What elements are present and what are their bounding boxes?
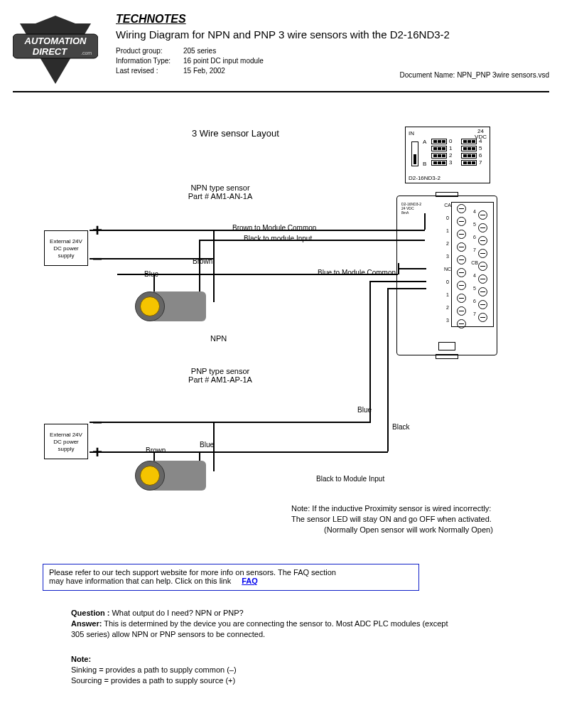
meta-value: 15 Feb, 2002 xyxy=(183,66,225,76)
module-terminal-block: D2-16ND3-2 24 VDC 8mA CA 0 1 2 3 NC 0 1 … xyxy=(396,196,497,355)
faq-box: Please refer to our tech support website… xyxy=(43,564,419,591)
wire-label: Blue xyxy=(144,270,158,278)
faq-link[interactable]: FAQ xyxy=(242,577,258,585)
svg-text:.com: .com xyxy=(81,50,92,55)
wire-label: Blue xyxy=(200,441,214,449)
module-led-panel: IN 24VDC A B 0 1 2 3 4 5 6 7 D2-16ND3-2 xyxy=(405,127,490,183)
wire-label: Brown xyxy=(146,446,166,454)
pnp-power-supply: External 24V DC power supply xyxy=(44,424,88,459)
meta-label: Last revised : xyxy=(116,66,183,76)
wire-label: Brown to Module Common xyxy=(232,224,316,232)
module-port-icon xyxy=(438,342,455,350)
wire-label: Black to module Input xyxy=(244,235,312,242)
wire-label: Black xyxy=(392,423,409,431)
wire-label: Brown xyxy=(193,257,212,265)
document-name: Document Name: NPN_PNP 3wire sensors.vsd xyxy=(400,71,549,79)
dip-switch-icon xyxy=(411,141,418,166)
technotes-title: TECHNOTES xyxy=(116,13,549,26)
document-title: Wiring Diagram for NPN and PNP 3 wire se… xyxy=(116,28,549,41)
npn-label: NPN xyxy=(210,334,227,343)
note-definitions: Note: Sinking = provides a path to suppl… xyxy=(71,654,455,686)
meta-label: Product group: xyxy=(116,46,183,56)
pnp-sensor-title: PNP type sensorPart # AM1-AP-1A xyxy=(163,367,277,384)
meta-value: 205 series xyxy=(183,46,216,56)
svg-text:DIRECT: DIRECT xyxy=(33,46,67,57)
meta-label: Information Type: xyxy=(116,56,183,66)
svg-marker-1 xyxy=(36,16,75,23)
layout-title: 3 Wire sensor Layout xyxy=(192,128,279,139)
wiring-note: Note: If the inductive Proximity sensor … xyxy=(291,503,526,535)
npn-sensor-title: NPN type sensorPart # AM1-AN-1A xyxy=(163,183,277,200)
header-text-block: TECHNOTES Wiring Diagram for NPN and PNP… xyxy=(116,13,549,79)
pnp-sensor-icon xyxy=(135,461,206,491)
automation-direct-logo: AUTOMATION DIRECT .com xyxy=(13,13,98,84)
header-rule xyxy=(13,91,549,92)
wire-label: Blue to Module Common xyxy=(318,269,396,277)
npn-power-supply: External 24V DC power supply xyxy=(44,230,88,266)
meta-value: 16 point DC input module xyxy=(183,56,264,66)
wire-label: Black to Module Input xyxy=(316,475,384,483)
svg-text:AUTOMATION: AUTOMATION xyxy=(24,36,87,46)
question-answer: Question : What output do I need? NPN or… xyxy=(71,608,455,640)
npn-sensor-icon xyxy=(135,291,206,321)
wire-label: Blue xyxy=(357,406,372,414)
